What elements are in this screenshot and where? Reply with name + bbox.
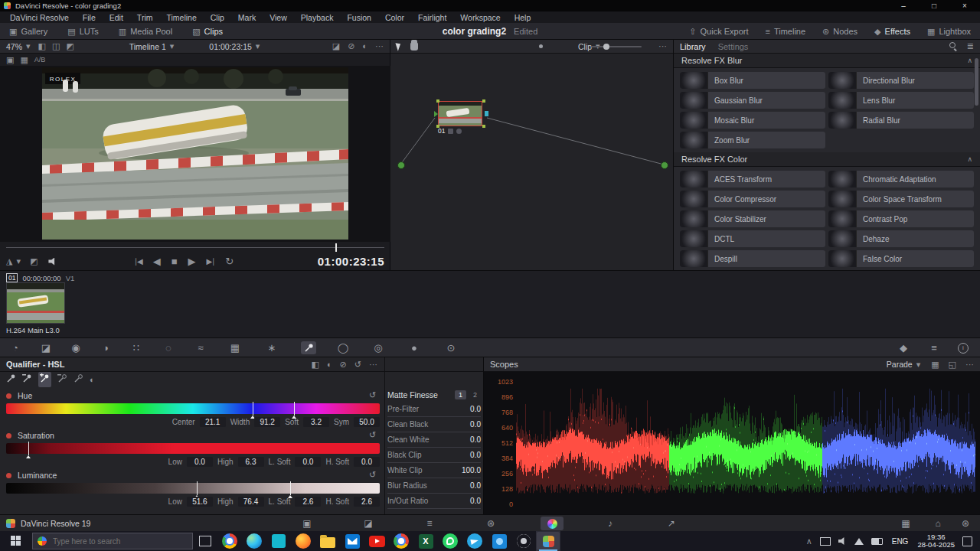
qualifier-icon[interactable] <box>301 341 316 354</box>
menu-workspace[interactable]: Workspace <box>453 13 507 22</box>
curves-icon[interactable]: ≈ <box>193 341 208 354</box>
close-button[interactable]: × <box>949 0 980 11</box>
notification-center-icon[interactable] <box>962 536 972 546</box>
list-view-icon[interactable]: ≣ <box>967 42 974 51</box>
taskbar-app-edge[interactable] <box>242 531 266 551</box>
home-icon[interactable]: ⌂ <box>929 517 946 530</box>
despill-icon[interactable]: ⊘ <box>340 360 347 369</box>
collapse-icon[interactable]: ∧ <box>967 156 972 163</box>
sat-low-value[interactable]: 0.0 <box>187 457 213 467</box>
loop-button[interactable]: ↻ <box>225 256 234 266</box>
tray-chevron-icon[interactable]: ∧ <box>806 537 812 546</box>
hue-slider[interactable] <box>6 403 380 414</box>
node-zoom-slider[interactable] <box>591 46 642 47</box>
tray-clock[interactable]: 19:36 28-04-2025 <box>917 533 955 549</box>
info-icon[interactable] <box>956 341 971 354</box>
grade-mode-select[interactable]: ◮ ▾ <box>6 257 21 266</box>
fx-card-color-stabilizer[interactable]: Color Stabilizer <box>680 210 825 227</box>
qualifier-reset-icon[interactable]: ↺ <box>354 360 361 369</box>
media-pool-button[interactable]: ▥ Media Pool <box>119 27 172 36</box>
taskbar-search[interactable] <box>32 533 193 549</box>
invert-matte-icon[interactable]: ◐ <box>327 360 332 369</box>
first-frame-button[interactable]: ∣◀ <box>134 258 142 266</box>
hue-width-value[interactable]: 91.2 <box>254 417 280 427</box>
matte-row-pre-filter[interactable]: Pre-Filter0.0 <box>387 402 481 417</box>
fx-card-box-blur[interactable]: Box Blur <box>680 72 825 89</box>
gallery-button[interactable]: ▣ Gallery <box>9 27 47 36</box>
taskbar-app-photos[interactable] <box>487 531 511 551</box>
taskbar-app-whatsapp[interactable] <box>438 531 462 551</box>
clip-thumbnail[interactable] <box>6 282 65 324</box>
qualifier-options-icon[interactable]: ··· <box>369 360 377 369</box>
power-windows-icon[interactable]: ◯ <box>335 341 351 354</box>
quick-export-button[interactable]: ⇧ Quick Export <box>689 27 748 36</box>
project-settings-icon[interactable]: ⊛ <box>957 517 974 530</box>
taskbar-app-excel[interactable] <box>413 531 438 551</box>
hdr-grading-icon[interactable]: ◑ <box>98 341 113 354</box>
sat-hsoft-value[interactable]: 0.0 <box>354 457 380 467</box>
page-fairlight[interactable]: ♪ <box>602 517 619 530</box>
clips-button[interactable]: ▧ Clips <box>192 27 223 36</box>
matte-tab-1[interactable]: 1 <box>455 390 466 399</box>
library-scrollbar[interactable] <box>975 58 978 106</box>
scopes-palette-icon[interactable]: ≡ <box>926 341 942 354</box>
nodes-button[interactable]: ⊛ Nodes <box>822 27 858 36</box>
play-reverse-button[interactable]: ◀ <box>153 256 161 266</box>
hue-range-handle-high[interactable] <box>294 402 295 416</box>
timeline-select[interactable]: Timeline 1 ▾ <box>129 42 175 51</box>
taskbar-app-store[interactable] <box>266 531 291 551</box>
picker-subtract-icon[interactable] <box>22 373 32 386</box>
taskbar-app-settings[interactable] <box>511 531 536 551</box>
pan-tool-icon[interactable] <box>410 42 418 51</box>
picker-add-icon[interactable] <box>38 372 51 387</box>
viewer-mode-a-icon[interactable]: ◧ <box>38 42 46 51</box>
saturation-reset-icon[interactable]: ↺ <box>369 431 376 439</box>
fx-card-mosaic-blur[interactable]: Mosaic Blur <box>680 112 825 129</box>
bypass-icon[interactable]: ⊘ <box>348 42 354 51</box>
lum-low-value[interactable]: 51.6 <box>187 497 213 507</box>
node-options-icon[interactable]: ··· <box>658 42 667 51</box>
menu-davinci-resolve[interactable]: DaVinci Resolve <box>3 13 76 22</box>
taskbar-app-youtube[interactable] <box>364 531 389 551</box>
key-palette-icon[interactable]: ⊙ <box>443 341 459 354</box>
effects-button[interactable]: ◆ Effects <box>874 27 910 36</box>
tray-display-icon[interactable] <box>820 537 831 546</box>
collapse-icon[interactable]: ∧ <box>967 57 972 64</box>
menu-clip[interactable]: Clip <box>204 13 231 22</box>
fx-card-aces-transform[interactable]: ACES Transform <box>680 171 825 187</box>
tray-language[interactable]: ENG <box>892 537 909 546</box>
menu-file[interactable]: File <box>76 13 103 22</box>
matte-row-clean-black[interactable]: Clean Black0.0 <box>387 417 481 432</box>
fx-card-radial-blur[interactable]: Radial Blur <box>828 112 974 129</box>
menu-timeline[interactable]: Timeline <box>159 13 203 22</box>
hue-sym-value[interactable]: 50.0 <box>354 417 380 427</box>
matte-param-value[interactable]: 100.0 <box>462 466 481 474</box>
fx-card-false-color[interactable]: False Color <box>828 250 974 267</box>
still-b-icon[interactable]: ▦ <box>20 56 28 64</box>
lightbox-button[interactable]: ▦ Lightbox <box>927 27 971 36</box>
page-cut[interactable]: ◪ <box>360 517 377 530</box>
audio-mute-icon[interactable] <box>48 258 57 266</box>
menu-mark[interactable]: Mark <box>231 13 263 22</box>
menu-color[interactable]: Color <box>378 13 411 22</box>
matte-param-value[interactable]: 0.0 <box>470 481 481 490</box>
tab-settings[interactable]: Settings <box>718 42 749 51</box>
corrector-node[interactable]: 01 <box>436 101 485 136</box>
matte-row-inout-ratio[interactable]: In/Out Ratio0.0 <box>387 494 481 509</box>
page-fusion[interactable]: ⊛ <box>482 517 499 530</box>
viewer-scrub-bar[interactable] <box>0 242 390 253</box>
scope-expand-icon[interactable]: ◱ <box>949 360 956 369</box>
fx-card-color-space-transform[interactable]: Color Space Transform <box>828 191 974 207</box>
color-match-icon[interactable]: ◪ <box>38 341 54 354</box>
fx-card-gaussian-blur[interactable]: Gaussian Blur <box>680 92 825 109</box>
lum-hsoft-value[interactable]: 2.6 <box>354 497 380 507</box>
softness-subtract-icon[interactable] <box>74 373 83 386</box>
magic-mask-icon[interactable]: ∗ <box>264 341 279 354</box>
matte-param-value[interactable]: 0.0 <box>470 405 481 413</box>
task-view-button[interactable] <box>193 531 217 551</box>
scope-options-icon[interactable]: ··· <box>965 360 974 369</box>
unmix-icon[interactable]: ◩ <box>30 257 38 266</box>
matte-tab-2[interactable]: 2 <box>469 390 481 399</box>
luminance-enable-dot[interactable] <box>6 473 11 478</box>
color-wheels-icon[interactable]: ◉ <box>68 341 83 354</box>
